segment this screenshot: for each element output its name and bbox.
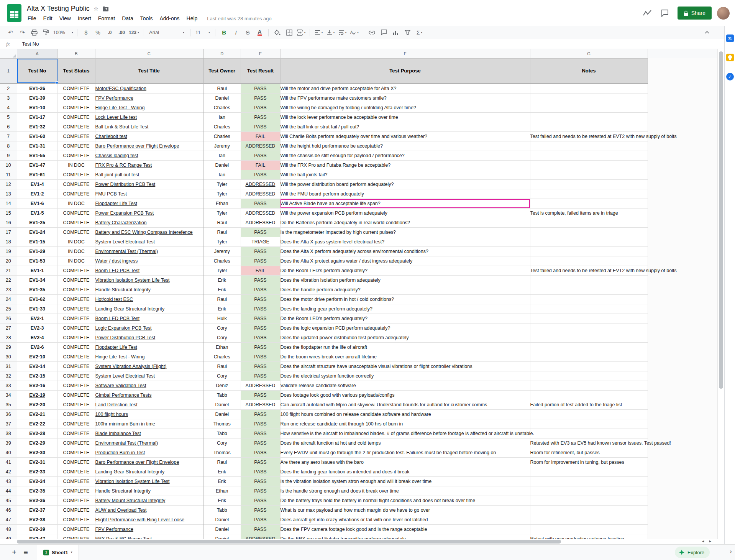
cell-test-purpose[interactable]: Will the ball joints fail?: [280, 170, 530, 179]
format-currency-button[interactable]: $: [80, 28, 92, 38]
cell-test-owner[interactable]: Raul: [203, 218, 241, 227]
strikethrough-button[interactable]: S: [242, 28, 254, 38]
cell-test-no[interactable]: EV2-28: [17, 429, 57, 438]
font-size-select[interactable]: 11▾: [193, 28, 212, 38]
cell-test-owner[interactable]: Ian: [203, 170, 241, 179]
cell-notes[interactable]: [530, 467, 648, 476]
cell-test-owner[interactable]: Tyler: [203, 266, 241, 275]
filter-button[interactable]: [402, 28, 413, 38]
vertical-align-button[interactable]: ▾: [325, 28, 336, 38]
cell-test-no[interactable]: EV2-30: [17, 448, 57, 457]
cell-test-owner[interactable]: Erik: [203, 285, 241, 294]
print-button[interactable]: [28, 28, 40, 38]
cell-test-purpose[interactable]: Is the handle strong enough and does it …: [280, 486, 530, 496]
cell-test-status[interactable]: COMPLETE: [57, 122, 95, 131]
cell-test-title-link[interactable]: Boom LED PCB Test: [95, 266, 203, 275]
cell-test-owner[interactable]: Cory: [203, 333, 241, 342]
sheets-logo-icon[interactable]: [7, 4, 21, 22]
cell-test-purpose[interactable]: Will the power distribution board perfor…: [280, 179, 530, 189]
cell-test-no[interactable]: EV1-26: [17, 84, 57, 93]
cell-notes[interactable]: [530, 323, 648, 333]
cell-test-status[interactable]: COMPLETE: [57, 151, 95, 160]
cell-test-purpose[interactable]: Do the Boom LED's perform adequately?: [280, 314, 530, 323]
cell-test-owner[interactable]: Tabb: [203, 390, 241, 400]
cell-test-status[interactable]: COMPLETE: [57, 227, 95, 237]
italic-button[interactable]: I: [230, 28, 242, 38]
cell-notes[interactable]: [530, 112, 648, 122]
cell-test-result[interactable]: PASS: [241, 342, 280, 352]
cell-test-no[interactable]: EV1-31: [17, 141, 57, 151]
select-all-corner[interactable]: [0, 49, 17, 58]
cell-test-owner[interactable]: Hulk: [203, 314, 241, 323]
cell-notes[interactable]: [530, 314, 648, 323]
cell-test-purpose[interactable]: Every EV/DV unit must go through the 2 h…: [280, 448, 530, 457]
row-header-43[interactable]: 43: [0, 476, 17, 486]
cell-test-no[interactable]: EV1-5: [17, 208, 57, 218]
row-header-32[interactable]: 32: [0, 371, 17, 381]
cell-notes[interactable]: [530, 429, 648, 438]
cell-test-owner[interactable]: Tabb: [203, 429, 241, 438]
cell-test-owner[interactable]: Raul: [203, 294, 241, 304]
cell-notes[interactable]: [530, 84, 648, 93]
header-cell-test-owner[interactable]: Test Owner: [203, 58, 241, 84]
column-header-D[interactable]: D: [203, 49, 241, 58]
cell-test-status[interactable]: COMPLETE: [57, 524, 95, 534]
text-color-button[interactable]: A: [254, 28, 266, 38]
row-header-1[interactable]: 1: [0, 58, 17, 84]
cell-test-owner[interactable]: Charles: [203, 131, 241, 141]
cell-test-purpose[interactable]: Is the magnetometer impacted by high cur…: [280, 227, 530, 237]
row-header-9[interactable]: 9: [0, 151, 17, 160]
cell-test-status[interactable]: COMPLETE: [57, 103, 95, 112]
cell-test-result[interactable]: PASS: [241, 151, 280, 160]
column-header-B[interactable]: B: [57, 49, 95, 58]
cell-test-result[interactable]: ADDRESSED: [241, 179, 280, 189]
cell-test-status[interactable]: COMPLETE: [57, 429, 95, 438]
row-header-39[interactable]: 39: [0, 438, 17, 448]
explore-button[interactable]: Explore: [675, 547, 710, 558]
menu-edit[interactable]: Edit: [40, 15, 56, 21]
cell-test-owner[interactable]: Tyler: [203, 237, 241, 246]
cell-test-owner[interactable]: Tabb: [203, 505, 241, 515]
document-title[interactable]: Alta X Testing Public: [27, 5, 90, 13]
cell-test-no[interactable]: EV1-62: [17, 294, 57, 304]
collapse-toolbar-button[interactable]: [701, 28, 713, 38]
cell-test-owner[interactable]: Charles: [203, 122, 241, 131]
formula-bar[interactable]: fx Test No: [0, 39, 735, 49]
cell-test-purpose[interactable]: What is our max payload and how much mar…: [280, 505, 530, 515]
cell-test-purpose[interactable]: Will the motor and drive perform accepta…: [280, 84, 530, 93]
cell-test-no[interactable]: EV2-35: [17, 486, 57, 496]
cell-test-title-link[interactable]: AUW and Overload Test: [95, 505, 203, 515]
cell-test-title-link[interactable]: Logic Expansion PCB Test: [95, 323, 203, 333]
cell-test-result[interactable]: PASS: [241, 371, 280, 381]
cell-notes[interactable]: [530, 179, 648, 189]
cell-test-no[interactable]: EV2-47: [17, 534, 57, 539]
row-header-17[interactable]: 17: [0, 227, 17, 237]
cell-test-result[interactable]: ADDRESSED: [241, 141, 280, 151]
cell-notes[interactable]: Retested with EV3 as EV5 had known senso…: [530, 438, 648, 448]
cell-test-purpose[interactable]: Does the landing gear perform adequately…: [280, 304, 530, 314]
row-header-38[interactable]: 38: [0, 429, 17, 438]
cell-notes[interactable]: [530, 476, 648, 486]
cell-test-title-link[interactable]: Battery and ESC Wiring Compass Interefen…: [95, 227, 203, 237]
cell-test-result[interactable]: PASS: [241, 112, 280, 122]
vertical-scrollbar[interactable]: [717, 49, 724, 539]
cell-test-no[interactable]: EV1-39: [17, 93, 57, 103]
cell-test-status[interactable]: COMPLETE: [57, 131, 95, 141]
cell-test-purpose[interactable]: Does the logic expansion PCB perform ade…: [280, 323, 530, 333]
cell-test-purpose[interactable]: How senstive is the aircraft to imbalanc…: [280, 429, 530, 438]
cell-test-no[interactable]: EV1-1: [17, 266, 57, 275]
row-header-20[interactable]: 20: [0, 256, 17, 266]
cell-test-result[interactable]: PASS: [241, 199, 280, 208]
cell-test-status[interactable]: COMPLETE: [57, 515, 95, 524]
cell-test-result[interactable]: PASS: [241, 256, 280, 266]
cell-test-owner[interactable]: Charles: [203, 103, 241, 112]
cell-test-title-link[interactable]: Landing Gear Structural Integrity: [95, 304, 203, 314]
row-header-30[interactable]: 30: [0, 352, 17, 361]
insert-comment-button[interactable]: [378, 28, 390, 38]
cell-notes[interactable]: [530, 371, 648, 381]
cell-test-title-link[interactable]: FPV Performance: [95, 93, 203, 103]
cell-notes[interactable]: [530, 352, 648, 361]
row-header-19[interactable]: 19: [0, 246, 17, 256]
cell-test-result[interactable]: PASS: [241, 314, 280, 323]
cell-notes[interactable]: [530, 294, 648, 304]
